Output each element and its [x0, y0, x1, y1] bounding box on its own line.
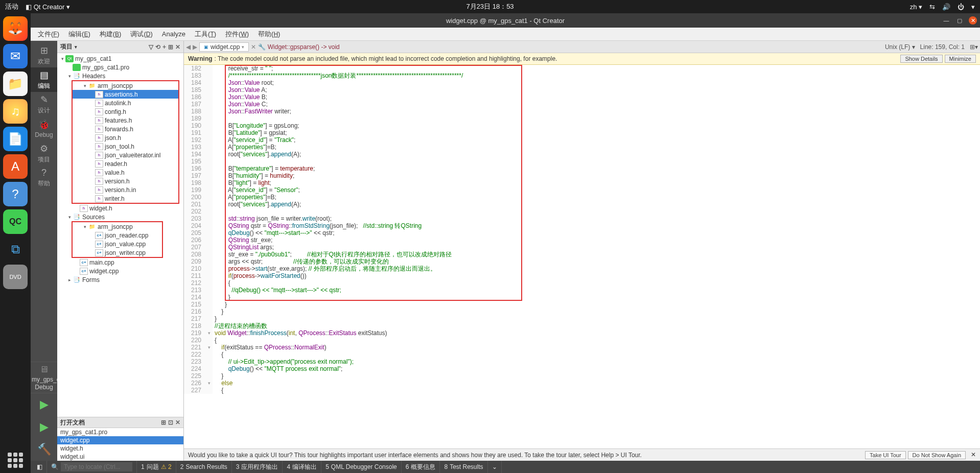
volume-icon[interactable]: 🔊 — [942, 3, 950, 11]
power-icon[interactable]: ⏻ — [958, 3, 964, 11]
gnome-top-bar: 活动 ◧ Qt Creator ▾ 7月23日 18：53 zh ▾ ⇆ 🔊 ⏻… — [0, 0, 980, 13]
system-menu-chevron[interactable]: ▾ — [971, 3, 975, 11]
network-icon[interactable]: ⇆ — [929, 3, 935, 11]
input-source[interactable]: zh ▾ — [910, 3, 922, 11]
clock[interactable]: 7月23日 18：53 — [466, 3, 514, 10]
app-menu[interactable]: ◧ Qt Creator ▾ — [26, 3, 70, 11]
activities-button[interactable]: 活动 — [5, 2, 18, 11]
